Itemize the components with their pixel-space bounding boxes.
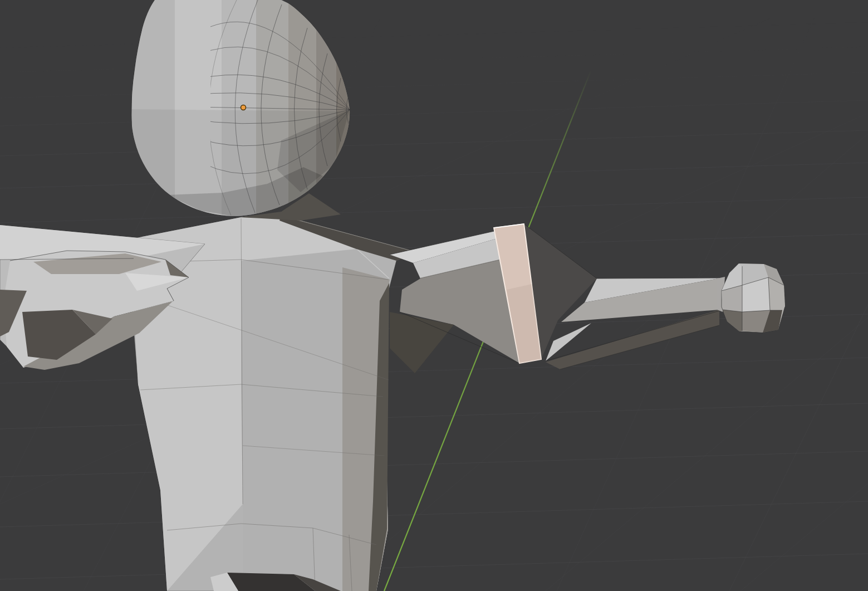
- blender-3d-viewport[interactable]: [0, 0, 868, 591]
- object-origin-dot: [241, 105, 246, 110]
- viewport-canvas[interactable]: [0, 0, 868, 591]
